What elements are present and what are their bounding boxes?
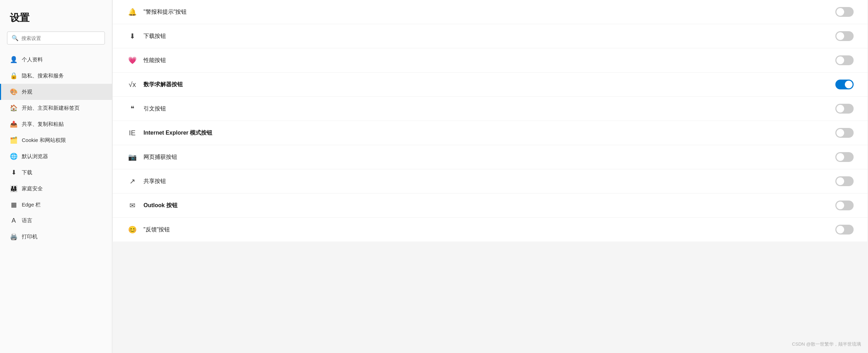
screenshot-toggle[interactable]	[835, 152, 854, 162]
sidebar-label-edgebar: Edge 栏	[22, 202, 41, 208]
download-row-icon: ⬇	[127, 32, 138, 40]
watermark: CSDN @散一世繁华，颠半世琉璃	[792, 341, 861, 347]
share-toggle-slider	[835, 176, 854, 186]
settings-row-alert: 🔔"警报和提示"按钮	[113, 0, 868, 24]
feedback-label: "反馈"按钮	[143, 226, 835, 233]
sidebar-label-privacy: 隐私、搜索和服务	[22, 73, 64, 79]
settings-row-screenshot: 📷网页捕获按钮	[113, 145, 868, 169]
ie-toggle-slider	[835, 128, 854, 138]
citation-row-icon: ❝	[127, 104, 138, 113]
share-toggle[interactable]	[835, 176, 854, 186]
sidebar-item-privacy[interactable]: 🔒隐私、搜索和服务	[0, 68, 112, 84]
performance-toggle[interactable]	[835, 55, 854, 65]
sidebar-label-download: 下载	[22, 169, 32, 176]
share-label: 共享按钮	[143, 178, 835, 185]
sidebar-label-printer: 打印机	[22, 233, 38, 240]
search-icon: 🔍	[12, 35, 19, 41]
outlook-row-icon: ✉	[127, 201, 138, 210]
sidebar-item-appearance[interactable]: 🎨外观	[0, 84, 112, 100]
search-input[interactable]	[21, 35, 100, 41]
settings-row-outlook: ✉Outlook 按钮	[113, 194, 868, 218]
download-toggle[interactable]	[835, 31, 854, 41]
performance-toggle-slider	[835, 55, 854, 65]
performance-row-icon: 💗	[127, 56, 138, 65]
sidebar-item-printer[interactable]: 🖨️打印机	[0, 229, 112, 245]
sidebar-item-cookies[interactable]: 🗂️Cookie 和网站权限	[0, 132, 112, 148]
sidebar-label-language: 语言	[22, 217, 32, 224]
feedback-toggle-slider	[835, 225, 854, 235]
outlook-toggle-slider	[835, 201, 854, 210]
math-toggle[interactable]	[835, 80, 854, 89]
printer-icon: 🖨️	[10, 233, 18, 240]
sidebar-item-edgebar[interactable]: ▦Edge 栏	[0, 197, 112, 213]
sidebar-nav: 👤个人资料🔒隐私、搜索和服务🎨外观🏠开始、主页和新建标签页📤共享、复制和粘贴🗂️…	[0, 50, 112, 246]
ie-label: Internet Explorer 模式按钮	[143, 129, 835, 137]
page-title: 设置	[0, 0, 112, 32]
settings-row-math: √x数学求解器按钮	[113, 73, 868, 97]
citation-label: 引文按钮	[143, 105, 835, 113]
feedback-row-icon: 😊	[127, 225, 138, 234]
appearance-icon: 🎨	[10, 88, 18, 96]
sidebar-item-profile[interactable]: 👤个人资料	[0, 52, 112, 68]
settings-list: 🔔"警报和提示"按钮⬇下载按钮💗性能按钮√x数学求解器按钮❝引文按钮IEInte…	[112, 0, 868, 242]
sidebar-item-download[interactable]: ⬇下载	[0, 164, 112, 181]
ie-toggle[interactable]	[835, 128, 854, 138]
share-icon: 📤	[10, 120, 18, 128]
edgebar-icon: ▦	[10, 201, 18, 209]
share-row-icon: ↗	[127, 177, 138, 185]
outlook-toggle[interactable]	[835, 201, 854, 210]
sidebar-label-profile: 个人资料	[22, 56, 43, 63]
alert-row-icon: 🔔	[127, 8, 138, 16]
download-toggle-slider	[835, 31, 854, 41]
search-box[interactable]: 🔍	[7, 32, 105, 45]
feedback-toggle[interactable]	[835, 225, 854, 235]
settings-row-feedback: 😊"反馈"按钮	[113, 218, 868, 242]
sidebar-label-browser: 默认浏览器	[22, 153, 48, 160]
math-row-icon: √x	[127, 81, 138, 89]
settings-row-download: ⬇下载按钮	[113, 24, 868, 48]
ie-row-icon: IE	[127, 129, 138, 137]
performance-label: 性能按钮	[143, 57, 835, 64]
download-icon: ⬇	[10, 169, 18, 176]
screenshot-toggle-slider	[835, 152, 854, 162]
alert-label: "警报和提示"按钮	[143, 8, 835, 16]
alert-toggle-slider	[835, 7, 854, 17]
sidebar-label-share: 共享、复制和粘贴	[22, 121, 64, 128]
browser-icon: 🌐	[10, 152, 18, 160]
settings-row-ie: IEInternet Explorer 模式按钮	[113, 121, 868, 145]
outlook-label: Outlook 按钮	[143, 202, 835, 209]
settings-row-performance: 💗性能按钮	[113, 48, 868, 73]
sidebar-item-browser[interactable]: 🌐默认浏览器	[0, 148, 112, 164]
start-icon: 🏠	[10, 104, 18, 112]
sidebar-label-cookies: Cookie 和网站权限	[22, 137, 66, 144]
screenshot-row-icon: 📷	[127, 153, 138, 161]
language-icon: A	[10, 217, 18, 224]
sidebar-item-language[interactable]: A语言	[0, 213, 112, 229]
download-label: 下载按钮	[143, 33, 835, 40]
sidebar-label-appearance: 外观	[22, 89, 32, 95]
citation-toggle-slider	[835, 104, 854, 114]
citation-toggle[interactable]	[835, 104, 854, 114]
sidebar-item-share[interactable]: 📤共享、复制和粘贴	[0, 116, 112, 132]
sidebar: 设置 🔍 👤个人资料🔒隐私、搜索和服务🎨外观🏠开始、主页和新建标签页📤共享、复制…	[0, 0, 112, 353]
math-toggle-slider	[835, 80, 854, 89]
main-content: 🔔"警报和提示"按钮⬇下载按钮💗性能按钮√x数学求解器按钮❝引文按钮IEInte…	[112, 0, 868, 353]
screenshot-label: 网页捕获按钮	[143, 154, 835, 161]
sidebar-label-family: 家庭安全	[22, 185, 43, 192]
settings-row-share: ↗共享按钮	[113, 169, 868, 194]
math-label: 数学求解器按钮	[143, 81, 835, 88]
family-icon: 👨‍👩‍👧	[10, 185, 18, 192]
sidebar-item-start[interactable]: 🏠开始、主页和新建标签页	[0, 100, 112, 116]
sidebar-label-start: 开始、主页和新建标签页	[22, 105, 80, 111]
sidebar-item-family[interactable]: 👨‍👩‍👧家庭安全	[0, 181, 112, 197]
profile-icon: 👤	[10, 56, 18, 63]
alert-toggle[interactable]	[835, 7, 854, 17]
settings-row-citation: ❝引文按钮	[113, 97, 868, 121]
cookies-icon: 🗂️	[10, 136, 18, 144]
privacy-icon: 🔒	[10, 72, 18, 80]
